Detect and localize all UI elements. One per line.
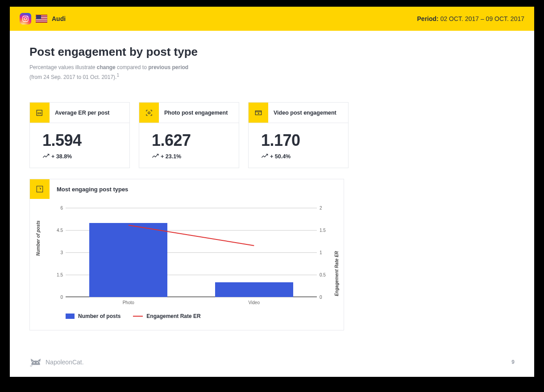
metric-cards: ER Average ER per post 1.594 + 38.8% bbox=[29, 102, 515, 168]
card-value: 1.170 bbox=[261, 131, 343, 150]
chart-legend: Number of posts Engagement Rate ER bbox=[39, 297, 335, 321]
trend-up-icon bbox=[42, 153, 50, 160]
period-range: Period: 02 OCT. 2017 – 09 OCT. 2017 bbox=[417, 15, 524, 22]
x-tick-label: Video bbox=[249, 300, 260, 305]
page-number: 9 bbox=[511, 359, 515, 365]
card-change-text: + 50.4% bbox=[270, 153, 291, 160]
y2-tick-label: 0.5 bbox=[320, 272, 331, 277]
napoleoncat-mark-icon bbox=[29, 357, 42, 367]
card-label: Photo post engagement bbox=[159, 103, 233, 123]
subtitle-line2: (from 24 Sep. 2017 to 01 Oct. 2017). bbox=[29, 74, 116, 80]
chart-bar bbox=[89, 223, 167, 297]
legend-bar-swatch bbox=[66, 314, 75, 319]
period-value: 02 OCT. 2017 – 09 OCT. 2017 bbox=[440, 15, 524, 22]
brand-name: Audi bbox=[52, 15, 66, 22]
y-tick-label: 6 bbox=[51, 206, 63, 210]
y-axis-title: Number of posts bbox=[36, 220, 41, 256]
y-tick-label: 3 bbox=[51, 250, 63, 255]
chart-panel: Most engaging post types Number of posts… bbox=[29, 179, 344, 330]
photo-icon bbox=[139, 103, 159, 123]
card-header: Photo post engagement bbox=[139, 103, 239, 123]
gridline bbox=[66, 208, 317, 208]
er-icon: ER bbox=[30, 103, 50, 123]
svg-marker-9 bbox=[258, 112, 259, 114]
subtitle-mid: compared to bbox=[116, 64, 148, 70]
card-body: 1.627 + 23.1% bbox=[139, 123, 239, 168]
trend-up-icon bbox=[152, 153, 159, 160]
card-change: + 23.1% bbox=[152, 153, 233, 160]
subtitle-bold2: previous period bbox=[148, 64, 188, 70]
card-value: 1.627 bbox=[152, 131, 233, 150]
page-title: Post engagement by post type bbox=[29, 45, 515, 59]
card-header: ER Average ER per post bbox=[30, 103, 129, 123]
svg-point-14 bbox=[37, 362, 38, 363]
subtitle-footnote: 1 bbox=[116, 73, 119, 78]
footer: NapoleonCat. 9 bbox=[10, 339, 534, 377]
report-page: Audi Period: 02 OCT. 2017 – 09 OCT. 2017… bbox=[10, 7, 534, 377]
y2-tick-label: 1 bbox=[320, 250, 331, 255]
flame-icon bbox=[30, 179, 50, 199]
chart-body: Number of posts Engagement Rate ER 01.53… bbox=[30, 199, 344, 330]
card-change: + 50.4% bbox=[261, 153, 343, 160]
y-tick-label: 1.5 bbox=[51, 272, 63, 277]
chart-plot-area: 01.534.5600.511.52PhotoVideo bbox=[66, 208, 317, 297]
card-value: 1.594 bbox=[42, 131, 124, 150]
y2-axis-title: Engagement Rate ER bbox=[334, 251, 339, 296]
svg-point-6 bbox=[148, 112, 150, 114]
svg-point-2 bbox=[27, 17, 27, 17]
y-tick-label: 0 bbox=[51, 295, 63, 300]
y2-tick-label: 1.5 bbox=[320, 228, 331, 233]
card-body: 1.594 + 38.8% bbox=[30, 123, 129, 168]
gridline bbox=[66, 297, 317, 297]
y2-tick-label: 2 bbox=[320, 206, 331, 210]
svg-point-13 bbox=[33, 362, 35, 363]
trend-up-icon bbox=[261, 153, 268, 160]
legend-bar-label: Number of posts bbox=[78, 313, 120, 319]
chart-title: Most engaging post types bbox=[50, 179, 135, 199]
period-label: Period: bbox=[417, 15, 439, 22]
chart-bar bbox=[215, 282, 293, 297]
subtitle-prefix: Percentage values illustrate bbox=[29, 64, 97, 70]
y-tick-label: 4.5 bbox=[51, 228, 63, 233]
card-change-text: + 23.1% bbox=[161, 153, 181, 160]
napoleoncat-logo: NapoleonCat. bbox=[29, 357, 84, 367]
x-tick-label: Photo bbox=[123, 300, 134, 305]
logo-text: NapoleonCat. bbox=[46, 359, 84, 366]
chart-header: Most engaging post types bbox=[30, 179, 344, 199]
us-flag-icon bbox=[36, 15, 47, 23]
card-header: Video post engagement bbox=[249, 103, 348, 123]
y2-tick-label: 0 bbox=[320, 295, 331, 300]
card-change: + 38.8% bbox=[42, 153, 124, 160]
svg-rect-0 bbox=[23, 16, 28, 21]
legend-line-label: Engagement Rate ER bbox=[146, 313, 200, 319]
topbar-left: Audi bbox=[20, 13, 66, 25]
card-label: Video post engagement bbox=[268, 103, 342, 123]
card-change-text: + 38.8% bbox=[51, 153, 72, 160]
content: Post engagement by post type Percentage … bbox=[10, 31, 534, 339]
card-body: 1.170 + 50.4% bbox=[249, 123, 348, 168]
svg-point-1 bbox=[24, 17, 26, 20]
card-avg-er: ER Average ER per post 1.594 + 38.8% bbox=[29, 102, 130, 168]
subtitle-bold1: change bbox=[97, 64, 116, 70]
subtitle: Percentage values illustrate change comp… bbox=[29, 63, 515, 82]
card-video-engagement: Video post engagement 1.170 + 50.4% bbox=[248, 102, 349, 168]
legend-bar: Number of posts bbox=[66, 313, 120, 319]
card-photo-engagement: Photo post engagement 1.627 + 23.1% bbox=[139, 102, 239, 168]
instagram-icon bbox=[20, 13, 31, 25]
svg-rect-10 bbox=[37, 186, 43, 193]
video-icon bbox=[249, 103, 268, 123]
svg-text:ER: ER bbox=[37, 112, 42, 115]
top-bar: Audi Period: 02 OCT. 2017 – 09 OCT. 2017 bbox=[10, 7, 534, 31]
legend-line-swatch bbox=[133, 316, 143, 317]
legend-line: Engagement Rate ER bbox=[133, 313, 200, 319]
card-label: Average ER per post bbox=[50, 103, 115, 123]
